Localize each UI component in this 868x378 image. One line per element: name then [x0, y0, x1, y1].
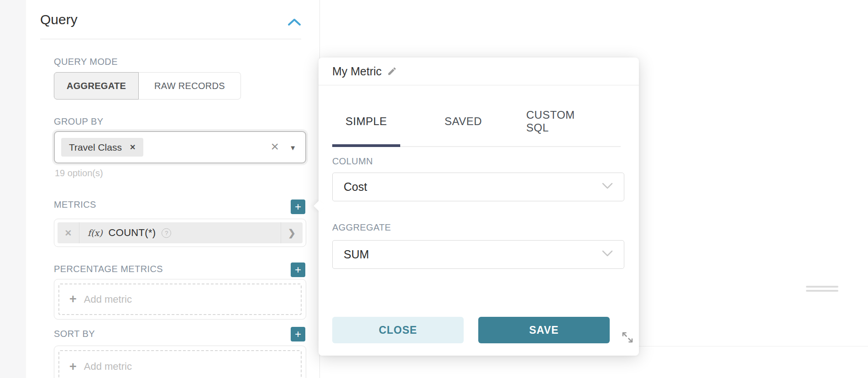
metric-name: COUNT(*) — [109, 227, 156, 239]
close-button[interactable]: CLOSE — [332, 317, 464, 343]
tab-simple[interactable]: SIMPLE — [332, 103, 400, 146]
plus-icon: + — [69, 293, 77, 305]
raw-records-mode-button[interactable]: RAW RECORDS — [139, 72, 241, 100]
clear-select-icon[interactable]: × — [271, 140, 279, 153]
metric-edit-popover: My Metric SIMPLE SAVED CUSTOM SQL COLUMN… — [319, 58, 639, 356]
column-label: COLUMN — [332, 156, 373, 167]
column-select[interactable]: Cost — [332, 173, 624, 201]
chevron-up-icon — [288, 21, 301, 29]
plus-icon: + — [69, 361, 77, 373]
sort-by-container: + Add metric — [54, 346, 306, 378]
popover-resize-icon[interactable] — [621, 331, 635, 345]
percentage-metrics-container: + Add metric — [54, 279, 306, 320]
aggregate-label: AGGREGATE — [332, 222, 391, 233]
column-value: Cost — [344, 180, 367, 194]
active-tab-underline — [332, 144, 400, 147]
help-icon: ? — [162, 228, 171, 238]
aggregate-select[interactable]: SUM — [332, 240, 624, 269]
tab-saved[interactable]: SAVED — [431, 103, 495, 146]
query-mode-toggle: AGGREGATE RAW RECORDS — [54, 72, 241, 100]
function-icon: f(x) — [88, 228, 103, 238]
aggregate-mode-button[interactable]: AGGREGATE — [54, 72, 139, 100]
expand-metric-icon[interactable]: ❯ — [281, 222, 303, 243]
group-by-select[interactable]: Travel Class ✕ × ▼ — [54, 131, 306, 163]
selected-value-tag: Travel Class ✕ — [61, 138, 143, 157]
chevron-down-icon — [602, 250, 613, 259]
add-metric-placeholder: Add metric — [84, 361, 132, 373]
edit-title-pencil-icon[interactable] — [387, 66, 397, 76]
tab-custom-sql[interactable]: CUSTOM SQL — [526, 103, 598, 146]
tag-label: Travel Class — [69, 142, 122, 153]
popover-header: My Metric — [319, 58, 639, 85]
caret-down-icon[interactable]: ▼ — [289, 144, 296, 152]
panel-title: Query — [40, 12, 78, 27]
remove-metric-icon[interactable]: ✕ — [58, 222, 79, 243]
add-percentage-metric-dropzone[interactable]: + Add metric — [58, 284, 302, 315]
aggregate-value: SUM — [344, 248, 369, 261]
collapse-section-button[interactable] — [288, 17, 301, 27]
add-sort-metric-dropzone[interactable]: + Add metric — [58, 350, 302, 378]
metric-tabs: SIMPLE SAVED CUSTOM SQL — [332, 103, 621, 147]
group-by-label: GROUP BY — [54, 116, 103, 127]
explore-screen: Query QUERY MODE AGGREGATE RAW RECORDS G… — [0, 0, 868, 378]
sort-by-label: SORT BY — [54, 329, 95, 339]
section-divider — [40, 39, 301, 39]
chevron-down-icon — [602, 183, 613, 191]
percentage-metrics-label: PERCENTAGE METRICS — [54, 264, 163, 274]
left-rail — [0, 0, 26, 378]
options-count-helper: 19 option(s) — [55, 168, 103, 178]
resize-grip[interactable] — [806, 286, 838, 294]
save-button[interactable]: SAVE — [478, 317, 610, 343]
metrics-container: ✕ f(x) COUNT(*) ? ❯ — [54, 219, 306, 247]
metric-pill[interactable]: ✕ f(x) COUNT(*) ? ❯ — [58, 222, 303, 243]
add-metric-placeholder: Add metric — [84, 294, 132, 305]
metric-pill-body: f(x) COUNT(*) ? — [79, 222, 281, 243]
query-mode-label: QUERY MODE — [54, 57, 118, 67]
add-sort-metric-button[interactable]: + — [291, 327, 305, 341]
metrics-label: METRICS — [54, 200, 96, 210]
metric-title: My Metric — [332, 65, 382, 78]
add-percentage-metric-button[interactable]: + — [291, 262, 305, 277]
add-metric-button[interactable]: + — [291, 200, 305, 214]
remove-tag-icon[interactable]: ✕ — [130, 143, 136, 152]
